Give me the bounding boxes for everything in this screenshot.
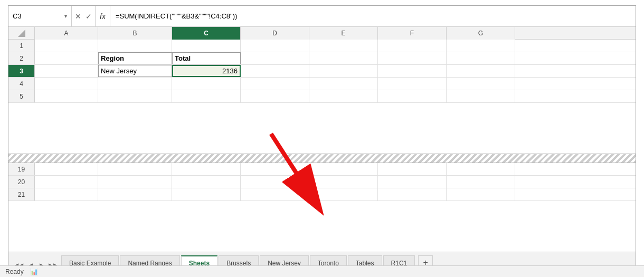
cell-reference: C3 [13, 12, 22, 20]
status-icon: 📊 [30, 268, 38, 275]
row-5: 5 [8, 90, 636, 103]
cell-a21[interactable] [35, 188, 98, 200]
cell-d3[interactable] [241, 65, 309, 77]
row-header-19[interactable]: 19 [8, 163, 35, 175]
row-header-1[interactable]: 1 [8, 40, 35, 52]
formula-bar: C3 ▾ ✕ ✓ fx =SUM(INDIRECT(""""&B3&""""!C… [8, 6, 636, 27]
row-4: 4 [8, 78, 636, 90]
row-21: 21 [8, 188, 636, 201]
cell-f1[interactable] [378, 40, 447, 52]
cell-g2[interactable] [447, 52, 515, 64]
cell-g5[interactable] [447, 90, 515, 102]
spreadsheet-grid: 1 2 Region Total [8, 40, 636, 252]
cell-c19[interactable] [172, 163, 241, 175]
cell-g1[interactable] [447, 40, 515, 52]
cell-f2[interactable] [378, 52, 447, 64]
cell-a3[interactable] [35, 65, 98, 77]
name-box[interactable]: C3 ▾ [8, 6, 72, 26]
grid-body-after-break: 19 20 [8, 163, 636, 252]
formula-input[interactable]: =SUM(INDIRECT(""""&B3&""""!C4:C8")) [110, 12, 636, 20]
cell-e21[interactable] [309, 188, 378, 200]
cell-b19[interactable] [98, 163, 172, 175]
cell-a4[interactable] [35, 78, 98, 90]
column-headers: A B C D E F G [8, 27, 636, 40]
grid-body: 1 2 Region Total [8, 40, 636, 154]
cell-b3[interactable]: New Jersey [98, 65, 172, 77]
confirm-icon[interactable]: ✓ [86, 12, 92, 21]
row-20: 20 [8, 176, 636, 188]
cell-e19[interactable] [309, 163, 378, 175]
cell-d21[interactable] [241, 188, 309, 200]
cell-b4[interactable] [98, 78, 172, 90]
row-3: 3 New Jersey 2136 [8, 65, 636, 78]
cell-d2[interactable] [241, 52, 309, 64]
row-header-2[interactable]: 2 [8, 52, 35, 64]
col-header-c[interactable]: C [172, 27, 241, 40]
cell-c21[interactable] [172, 188, 241, 200]
cell-d20[interactable] [241, 176, 309, 188]
cell-b20[interactable] [98, 176, 172, 188]
row-break-indicator [8, 154, 636, 163]
col-header-d[interactable]: D [241, 27, 309, 40]
row-header-5[interactable]: 5 [8, 90, 35, 102]
cell-c4[interactable] [172, 78, 241, 90]
status-bar: Ready 📊 [0, 265, 644, 277]
cell-d5[interactable] [241, 90, 309, 102]
col-header-a[interactable]: A [35, 27, 98, 40]
row-2: 2 Region Total [8, 52, 636, 65]
cell-c3[interactable]: 2136 [172, 65, 241, 77]
cell-b2[interactable]: Region [98, 52, 172, 64]
cell-c1[interactable] [172, 40, 241, 52]
row-1: 1 [8, 40, 636, 52]
col-header-e[interactable]: E [309, 27, 378, 40]
grid-wrapper: A B C D E F G 1 [8, 27, 636, 252]
cell-d1[interactable] [241, 40, 309, 52]
cell-c2[interactable]: Total [172, 52, 241, 64]
row-19: 19 [8, 163, 636, 176]
name-box-dropdown-icon[interactable]: ▾ [64, 13, 67, 19]
cell-a1[interactable] [35, 40, 98, 52]
cell-f5[interactable] [378, 90, 447, 102]
cell-e20[interactable] [309, 176, 378, 188]
svg-marker-0 [18, 30, 25, 37]
cell-f3[interactable] [378, 65, 447, 77]
cell-f4[interactable] [378, 78, 447, 90]
cell-g4[interactable] [447, 78, 515, 90]
row-header-3[interactable]: 3 [8, 65, 35, 77]
cell-a5[interactable] [35, 90, 98, 102]
cell-a20[interactable] [35, 176, 98, 188]
cell-g19[interactable] [447, 163, 515, 175]
cell-c5[interactable] [172, 90, 241, 102]
cell-e2[interactable] [309, 52, 378, 64]
cell-d19[interactable] [241, 163, 309, 175]
cell-f21[interactable] [378, 188, 447, 200]
cell-e5[interactable] [309, 90, 378, 102]
cell-f20[interactable] [378, 176, 447, 188]
cell-e1[interactable] [309, 40, 378, 52]
col-header-f[interactable]: F [378, 27, 447, 40]
cell-f19[interactable] [378, 163, 447, 175]
cancel-icon[interactable]: ✕ [75, 12, 81, 21]
cell-a2[interactable] [35, 52, 98, 64]
cell-d4[interactable] [241, 78, 309, 90]
cell-g21[interactable] [447, 188, 515, 200]
col-header-b[interactable]: B [98, 27, 172, 40]
row-header-20[interactable]: 20 [8, 176, 35, 188]
cell-g20[interactable] [447, 176, 515, 188]
cell-a19[interactable] [35, 163, 98, 175]
row-header-4[interactable]: 4 [8, 78, 35, 90]
status-text: Ready [5, 268, 24, 275]
cell-b21[interactable] [98, 188, 172, 200]
row-header-21[interactable]: 21 [8, 188, 35, 200]
cell-b5[interactable] [98, 90, 172, 102]
cell-c20[interactable] [172, 176, 241, 188]
cell-b1[interactable] [98, 40, 172, 52]
corner-cell [8, 27, 35, 39]
cell-g3[interactable] [447, 65, 515, 77]
cell-e3[interactable] [309, 65, 378, 77]
spreadsheet-window: C3 ▾ ✕ ✓ fx =SUM(INDIRECT(""""&B3&""""!C… [8, 5, 636, 271]
fx-label: fx [96, 6, 110, 26]
formula-icons-group: ✕ ✓ [72, 6, 96, 26]
cell-e4[interactable] [309, 78, 378, 90]
col-header-g[interactable]: G [447, 27, 515, 40]
